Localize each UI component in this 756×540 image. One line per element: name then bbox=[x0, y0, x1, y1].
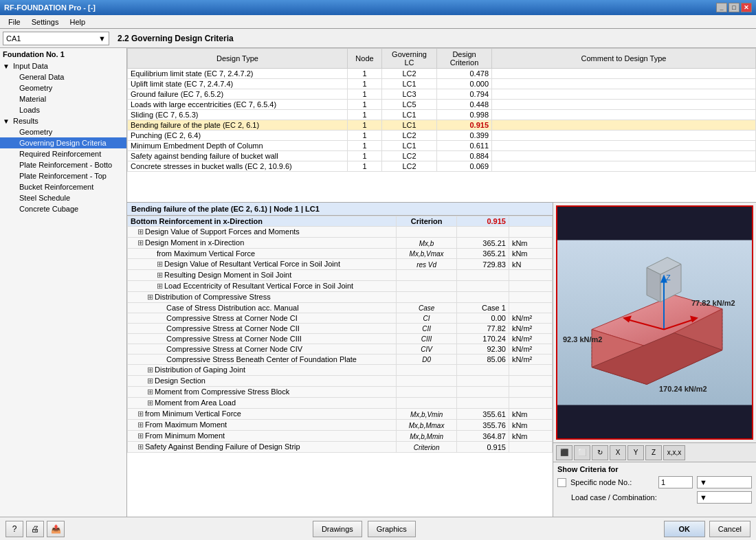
tree-loads[interactable]: Loads bbox=[0, 104, 126, 115]
combo-arrow-icon: ▼ bbox=[98, 34, 106, 43]
cell-node: 1 bbox=[348, 69, 382, 79]
detail-cell-unit: kNm bbox=[509, 431, 552, 442]
table-row[interactable]: Minimum Embedment Depth of Column 1 LC1 … bbox=[128, 141, 756, 151]
detail-row: ⊞Moment from Compressive Stress Block bbox=[128, 387, 553, 398]
cell-lc: LC1 bbox=[382, 110, 437, 120]
table-row[interactable]: Safety against bending failure of bucket… bbox=[128, 151, 756, 161]
help-icon-btn[interactable]: ? bbox=[5, 521, 23, 537]
detail-cell-label: ⊞Design Value of Resultant Vertical Forc… bbox=[128, 259, 397, 270]
tree-material[interactable]: Material bbox=[0, 93, 126, 104]
detail-cell-key bbox=[396, 376, 456, 387]
detail-cell-label: ⊞Resulting Design Moment in Soil Joint bbox=[128, 270, 397, 281]
lc-combo[interactable]: ▼ bbox=[697, 491, 752, 504]
cell-comment bbox=[492, 141, 756, 151]
detail-cell-label: ⊞from Minimum Vertical Force bbox=[128, 409, 397, 420]
tree-results[interactable]: ▼ Results bbox=[0, 115, 126, 126]
table-row[interactable]: Concrete stresses in bucket walls (EC 2,… bbox=[128, 161, 756, 172]
criteria-title: Show Criteria for bbox=[557, 465, 752, 473]
criteria-panel: Show Criteria for Specific node No.: ▼ L… bbox=[553, 462, 756, 517]
viz-xyz-btn[interactable]: x,x,x bbox=[663, 445, 685, 460]
detail-cell-key: CIII bbox=[396, 334, 456, 344]
detail-cell-label: from Maximum Vertical Force bbox=[128, 249, 397, 259]
viz-z-btn[interactable]: Z bbox=[645, 445, 662, 460]
ok-button[interactable]: OK bbox=[664, 521, 705, 537]
detail-cell-key: Mx,b bbox=[396, 238, 456, 249]
viz-iso-btn[interactable]: ⬛ bbox=[556, 445, 572, 460]
table-row[interactable]: Uplift limit state (EC 7, 2.4.7.4) 1 LC1… bbox=[128, 79, 756, 89]
detail-cell-key bbox=[396, 227, 456, 238]
detail-cell-label: Compressive Stress Beneath Center of Fou… bbox=[128, 355, 397, 365]
detail-cell-label: Compressive Stress at Corner Node CI bbox=[128, 313, 397, 324]
menu-file[interactable]: File bbox=[3, 16, 26, 27]
table-row[interactable]: Ground failure (EC 7, 6.5.2) 1 LC3 0.794 bbox=[128, 89, 756, 100]
detail-cell-label: Compressive Stress at Corner Node CII bbox=[128, 324, 397, 334]
tree-root[interactable]: Foundation No. 1 bbox=[0, 48, 126, 60]
cell-comment bbox=[492, 161, 756, 172]
table-row[interactable]: Punching (EC 2, 6.4) 1 LC2 0.399 bbox=[128, 131, 756, 141]
node-label: Specific node No.: bbox=[570, 478, 654, 486]
cancel-button[interactable]: Cancel bbox=[709, 521, 751, 537]
tree-plate-reinforcement-top[interactable]: Plate Reinforcement - Top bbox=[0, 170, 126, 181]
detail-cell-key: Mx,b,Mmin bbox=[396, 431, 456, 442]
close-button[interactable]: ✕ bbox=[741, 3, 752, 12]
detail-cell-key bbox=[396, 292, 456, 303]
menu-bar: File Settings Help bbox=[0, 15, 756, 29]
print-icon-btn[interactable]: 🖨 bbox=[26, 521, 44, 537]
detail-row: ⊞Moment from Area Load bbox=[128, 398, 553, 409]
detail-cell-key bbox=[396, 270, 456, 281]
cell-criterion: 0.998 bbox=[437, 110, 492, 120]
minimize-button[interactable]: _ bbox=[716, 3, 727, 12]
detail-row: ⊞Safety Against Bending Failure of Desig… bbox=[128, 442, 553, 453]
detail-row: ⊞Distribution of Gaping Joint bbox=[128, 365, 553, 376]
graphics-button[interactable]: Graphics bbox=[368, 521, 416, 537]
col-governing-lc: GoverningLC bbox=[382, 49, 437, 69]
cell-node: 1 bbox=[348, 89, 382, 100]
detail-cell-label: ⊞Design Moment in x-Direction bbox=[128, 238, 397, 249]
tree-governing-criteria[interactable]: Governing Design Criteria bbox=[0, 137, 126, 148]
tree-bucket-reinforcement[interactable]: Bucket Reinforcement bbox=[0, 181, 126, 192]
tree-geometry-result[interactable]: Geometry bbox=[0, 126, 126, 137]
cell-comment bbox=[492, 69, 756, 79]
window-controls: _ □ ✕ bbox=[716, 3, 752, 12]
menu-help[interactable]: Help bbox=[64, 16, 91, 27]
detail-row: Compressive Stress Beneath Center of Fou… bbox=[128, 355, 553, 365]
detail-cell-value bbox=[457, 398, 509, 409]
tree-steel-schedule[interactable]: Steel Schedule bbox=[0, 192, 126, 203]
tree-concrete-cubage[interactable]: Concrete Cubage bbox=[0, 203, 126, 214]
tree-input-data[interactable]: ▼ Input Data bbox=[0, 60, 126, 71]
tree-plate-reinforcement-bottom[interactable]: Plate Reinforcement - Botto bbox=[0, 159, 126, 170]
table-row[interactable]: Equilibrium limit state (EC 7, 2.4.7.2) … bbox=[128, 69, 756, 79]
detail-cell-unit bbox=[509, 281, 552, 292]
detail-cell-key: Mx,b,Vmin bbox=[396, 409, 456, 420]
table-row[interactable]: Bending failure of the plate (EC 2, 6.1)… bbox=[128, 120, 756, 131]
detail-cell-unit bbox=[509, 227, 552, 238]
viz-front-btn[interactable]: ⬜ bbox=[574, 445, 590, 460]
node-checkbox[interactable] bbox=[557, 478, 566, 487]
drawings-button[interactable]: Drawings bbox=[313, 521, 362, 537]
cell-criterion: 0.915 bbox=[437, 120, 492, 131]
viz-rotate-btn[interactable]: ↻ bbox=[592, 445, 608, 460]
detail-row: Compressive Stress at Corner Node CIII C… bbox=[128, 334, 553, 344]
detail-cell-label: ⊞Design Value of Support Forces and Mome… bbox=[128, 227, 397, 238]
cell-comment bbox=[492, 79, 756, 89]
node-combo[interactable]: ▼ bbox=[697, 476, 752, 488]
viz-y-btn[interactable]: Y bbox=[627, 445, 644, 460]
svg-text:77.82 kN/m2: 77.82 kN/m2 bbox=[691, 299, 735, 307]
detail-cell-label: ⊞Load Eccentricity of Resultant Vertical… bbox=[128, 281, 397, 292]
detail-row: Compressive Stress at Corner Node CII CI… bbox=[128, 324, 553, 334]
tree-geometry-input[interactable]: Geometry bbox=[0, 82, 126, 93]
tree-general-data[interactable]: General Data bbox=[0, 71, 126, 82]
table-row[interactable]: Loads with large eccentricities (EC 7, 6… bbox=[128, 100, 756, 110]
viz-x-btn[interactable]: X bbox=[610, 445, 626, 460]
section-title: 2.2 Governing Design Criteria bbox=[112, 32, 239, 45]
table-row[interactable]: Sliding (EC 7, 6.5.3) 1 LC1 0.998 bbox=[128, 110, 756, 120]
lc-row: Load case / Combination: ▼ bbox=[557, 491, 752, 504]
col-node: Node bbox=[348, 49, 382, 69]
tree-required-reinforcement[interactable]: Required Reinforcement bbox=[0, 148, 126, 159]
model-combo[interactable]: CA1 ▼ bbox=[3, 32, 109, 45]
export-icon-btn[interactable]: 📤 bbox=[47, 521, 65, 537]
cell-type: Minimum Embedment Depth of Column bbox=[128, 141, 348, 151]
menu-settings[interactable]: Settings bbox=[26, 16, 65, 27]
maximize-button[interactable]: □ bbox=[729, 3, 740, 12]
node-input[interactable] bbox=[658, 476, 693, 488]
